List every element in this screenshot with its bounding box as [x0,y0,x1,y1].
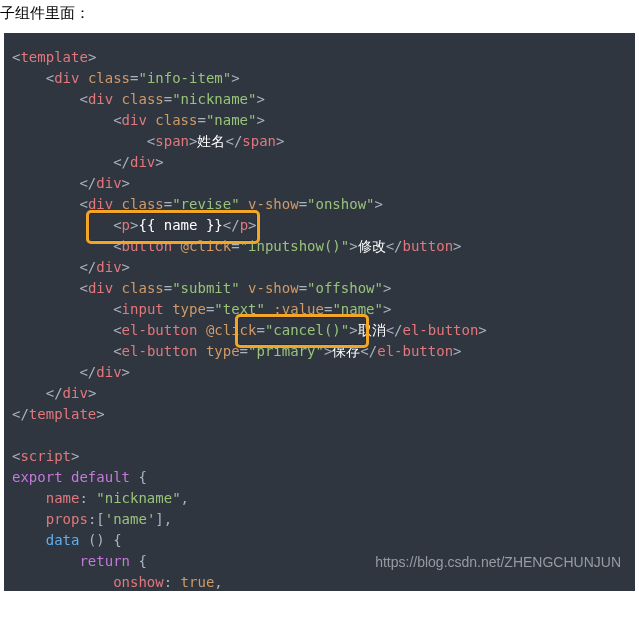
section-heading: 子组件里面： [0,0,639,33]
code-line: <button @click="inputshow()">修改</button> [113,238,461,254]
code-line: <p>{{ name }}</p> [113,217,256,233]
code-line: </template> [12,406,105,422]
code-line: <template> [12,49,96,65]
code-line: </div> [46,385,97,401]
code-line: </div> [79,175,130,191]
code-line: <div class="nickname"> [79,91,264,107]
code-line: export default { [12,469,147,485]
code-block: <template> <div class="info-item"> <div … [4,33,635,591]
code-line: </div> [113,154,164,170]
code-line: <div class="submit" v-show="offshow"> [79,280,391,296]
code-line: <input type="text" :value="name"> [113,301,391,317]
code-line: <script> [12,448,79,464]
code-line: props:['name'], [46,511,172,527]
code-line: <div class="name"> [113,112,265,128]
code-line: onshow: true, [113,574,223,590]
code-line: return { [79,553,146,569]
code-line: <el-button type="primary">保存</el-button> [113,343,461,359]
code-line: </div> [79,364,130,380]
code-line: </div> [79,259,130,275]
code-line: <el-button @click="cancel()">取消</el-butt… [113,322,487,338]
code-line: data () { [46,532,122,548]
code-line: <div class="revise" v-show="onshow"> [79,196,383,212]
code-line: <span>姓名</span> [147,133,285,149]
watermark: https://blog.csdn.net/ZHENGCHUNJUN [375,552,621,573]
code-line: <div class="info-item"> [46,70,240,86]
code-line: name: "nickname", [46,490,189,506]
